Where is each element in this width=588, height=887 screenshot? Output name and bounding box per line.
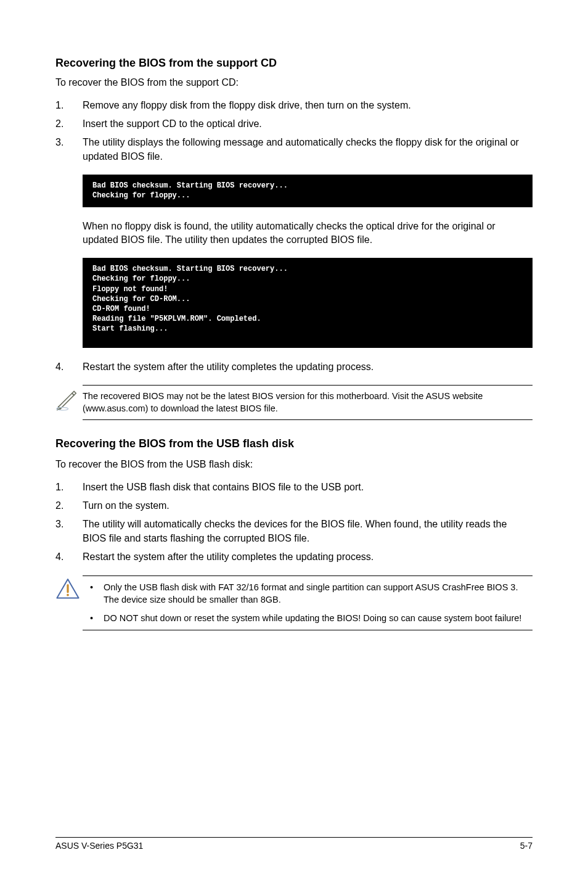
mid-paragraph: When no floppy disk is found, the utilit… bbox=[83, 220, 533, 247]
list-item: 4. Restart the system after the utility … bbox=[55, 360, 533, 374]
section2-steps: 1. Insert the USB flash disk that contai… bbox=[55, 481, 533, 564]
footer-left: ASUS V-Series P5G31 bbox=[55, 840, 143, 852]
footer-page-number: 5-7 bbox=[520, 840, 533, 852]
step-number: 2. bbox=[55, 117, 83, 131]
list-item: • DO NOT shut down or reset the system w… bbox=[83, 612, 533, 624]
note-text: The recovered BIOS may not be the latest… bbox=[83, 385, 533, 420]
warning-list: • Only the USB flash disk with FAT 32/16… bbox=[83, 581, 533, 625]
list-item: • Only the USB flash disk with FAT 32/16… bbox=[83, 581, 533, 606]
pencil-icon bbox=[55, 387, 79, 411]
step-number: 3. bbox=[55, 136, 83, 163]
step-number: 3. bbox=[55, 518, 83, 545]
note-callout: The recovered BIOS may not be the latest… bbox=[55, 385, 533, 420]
warning-text: DO NOT shut down or reset the system whi… bbox=[104, 612, 533, 624]
step-number: 1. bbox=[55, 481, 83, 494]
step-text: Restart the system after the utility com… bbox=[83, 360, 533, 374]
terminal-output-1: Bad BIOS checksum. Starting BIOS recover… bbox=[83, 175, 533, 207]
step-text: Restart the system after the utility com… bbox=[83, 550, 533, 564]
list-item: 3. The utility will automatically checks… bbox=[55, 518, 533, 545]
warning-text: Only the USB flash disk with FAT 32/16 f… bbox=[104, 581, 533, 606]
step-text: Turn on the system. bbox=[83, 499, 533, 513]
list-item: 4. Restart the system after the utility … bbox=[55, 550, 533, 564]
section1-steps: 1. Remove any floppy disk from the flopp… bbox=[55, 99, 533, 164]
warning-callout: • Only the USB flash disk with FAT 32/16… bbox=[55, 576, 533, 630]
step-text: Remove any floppy disk from the floppy d… bbox=[83, 99, 533, 112]
list-item: 2. Turn on the system. bbox=[55, 499, 533, 513]
step-text: The utility will automatically checks th… bbox=[83, 518, 533, 545]
step-text: Insert the support CD to the optical dri… bbox=[83, 117, 533, 131]
list-item: 3. The utility displays the following me… bbox=[55, 136, 533, 163]
step-text: The utility displays the following messa… bbox=[83, 136, 533, 163]
terminal-output-2: Bad BIOS checksum. Starting BIOS recover… bbox=[83, 258, 533, 347]
step-number: 1. bbox=[55, 99, 83, 112]
svg-point-2 bbox=[67, 593, 69, 596]
step-number: 2. bbox=[55, 499, 83, 513]
section1-step4-list: 4. Restart the system after the utility … bbox=[55, 360, 533, 374]
section2-intro: To recover the BIOS from the USB flash d… bbox=[55, 458, 533, 471]
section1-heading: Recovering the BIOS from the support CD bbox=[55, 56, 533, 71]
page-footer: ASUS V-Series P5G31 5-7 bbox=[55, 837, 533, 852]
warning-icon-col bbox=[55, 576, 83, 600]
step-number: 4. bbox=[55, 550, 83, 564]
section1-intro: To recover the BIOS from the support CD: bbox=[55, 76, 533, 89]
section2-heading: Recovering the BIOS from the USB flash d… bbox=[55, 436, 533, 452]
warning-icon bbox=[55, 578, 80, 600]
step-number: 4. bbox=[55, 360, 83, 374]
list-item: 1. Insert the USB flash disk that contai… bbox=[55, 481, 533, 494]
step-text: Insert the USB flash disk that contains … bbox=[83, 481, 533, 494]
warning-content: • Only the USB flash disk with FAT 32/16… bbox=[83, 576, 533, 630]
note-icon-col bbox=[55, 385, 83, 411]
bullet-icon: • bbox=[83, 612, 104, 624]
bullet-icon: • bbox=[83, 581, 104, 606]
list-item: 1. Remove any floppy disk from the flopp… bbox=[55, 99, 533, 112]
list-item: 2. Insert the support CD to the optical … bbox=[55, 117, 533, 131]
